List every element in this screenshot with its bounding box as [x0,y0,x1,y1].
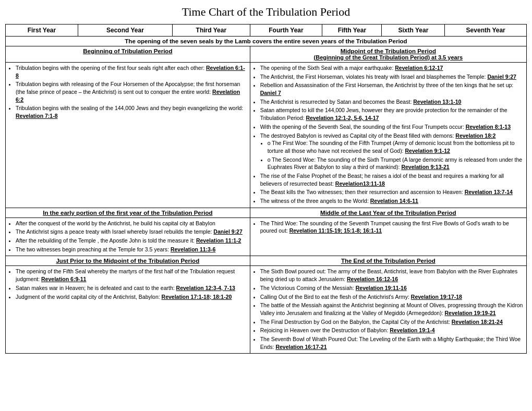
midpoint-content: The opening of the Sixth Seal with a maj… [250,63,526,208]
early-portion-header: In the early portion of the first year o… [6,208,250,217]
end-tribulation-header: The End of the Tribulation Period [250,256,526,266]
year-5-header: Fifth Year [322,25,382,37]
year-3-header: Third Year [173,25,250,37]
just-prior-header: Just Prior to the Midpoint of the Tribul… [6,256,250,266]
year-6-header: Sixth Year [382,25,445,37]
midpoint-header: Midpoint of the Tribulation Period (Begi… [250,46,526,63]
beginning-content: Tribulation begins with the opening of t… [6,63,250,208]
page-title: Time Chart of the Tribulation Period [5,5,527,19]
tribulation-chart: First Year Second Year Third Year Fourth… [5,24,527,354]
section2-headers-row: In the early portion of the first year o… [6,208,527,217]
year-2-header: Second Year [78,25,172,37]
section-headers-row: Beginning of Tribulation Period Midpoint… [6,46,527,63]
section2-content-row: After the conquest of the world by the A… [6,217,527,256]
opening-banner-row: The opening of the seven seals by the La… [6,37,527,46]
early-portion-content: After the conquest of the world by the A… [6,217,250,256]
year-1-header: First Year [6,25,78,37]
year-headers: First Year Second Year Third Year Fourth… [6,25,527,37]
middle-last-year-header: Middle of the Last Year of the Tribulati… [250,208,526,217]
beginning-header: Beginning of Tribulation Period [6,46,250,63]
year-4-header: Fourth Year [250,25,322,37]
year-7-header: Seventh Year [445,25,527,37]
main-content-row: Tribulation begins with the opening of t… [6,63,527,208]
end-tribulation-content: The Sixth Bowl poured out: The army of t… [250,266,526,354]
just-prior-content: The opening of the Fifth Seal whereby th… [6,266,250,354]
section3-headers-row: Just Prior to the Midpoint of the Tribul… [6,256,527,266]
middle-last-year-content: The Third Woe: The sounding of the Seven… [250,217,526,256]
section3-content-row: The opening of the Fifth Seal whereby th… [6,266,527,354]
opening-banner: The opening of the seven seals by the La… [6,37,527,46]
